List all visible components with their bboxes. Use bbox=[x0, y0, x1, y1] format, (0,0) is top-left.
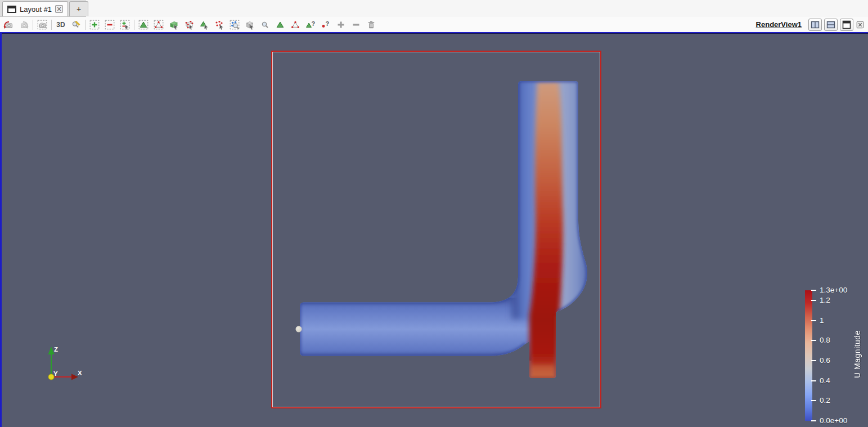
maximize-view-button[interactable] bbox=[840, 19, 853, 31]
interactive-select-tooltip-button[interactable] bbox=[259, 19, 271, 31]
toggle-2d3d-button[interactable]: 3D bbox=[55, 19, 67, 31]
legend-tick-mark bbox=[811, 420, 816, 421]
y-axis-label: Y bbox=[53, 370, 58, 377]
legend-tick-label: 0.2 bbox=[820, 396, 830, 404]
seed-point-widget[interactable] bbox=[296, 326, 302, 332]
render-viewport[interactable]: Z Y X 1.3e+001.210.80.60.40.20.0e+00 U M… bbox=[0, 32, 868, 427]
legend-tick-mark bbox=[811, 380, 816, 381]
orientation-axes-widget: Z Y X bbox=[48, 346, 83, 380]
hover-cells-query-button[interactable]: ? bbox=[304, 19, 317, 31]
layout-tab-bar: Layout #1 ✕ + bbox=[0, 0, 868, 17]
zoom-to-selection-button[interactable] bbox=[228, 19, 241, 31]
legend-tick-mark bbox=[811, 400, 816, 401]
select-points-polygon-button[interactable] bbox=[213, 19, 226, 31]
legend-tick-label: 1.3e+00 bbox=[820, 286, 847, 294]
svg-text:?: ? bbox=[326, 20, 330, 27]
toolbar-separator bbox=[85, 20, 86, 30]
toolbar-icon-groups: 3D?? bbox=[2, 19, 377, 31]
view-controls: RenderView1 bbox=[756, 19, 866, 31]
render-view-title[interactable]: RenderView1 bbox=[756, 20, 802, 29]
grow-selection-button[interactable] bbox=[335, 19, 347, 31]
new-layout-tab-button[interactable]: + bbox=[69, 1, 88, 16]
layout-window-icon bbox=[7, 6, 16, 13]
camera-undo-button[interactable] bbox=[2, 19, 15, 31]
legend-tick-mark bbox=[811, 360, 816, 361]
remove-selection-button[interactable] bbox=[104, 19, 116, 31]
close-view-button[interactable] bbox=[856, 20, 865, 29]
tab-layout-1[interactable]: Layout #1 ✕ bbox=[2, 1, 68, 16]
scene-canvas[interactable]: Z Y X bbox=[0, 32, 868, 427]
legend-tick-mark bbox=[811, 340, 816, 341]
legend-tick-label: 0.0e+00 bbox=[820, 416, 847, 425]
tab-label: Layout #1 bbox=[20, 5, 52, 14]
legend-tick-mark bbox=[811, 300, 816, 301]
modify-selection-button[interactable] bbox=[119, 19, 131, 31]
view-buttons bbox=[808, 19, 865, 31]
select-cells-through-button[interactable] bbox=[168, 19, 180, 31]
tab-bar-empty-area bbox=[86, 0, 868, 17]
toolbar-separator bbox=[134, 20, 134, 30]
legend-tick-label: 1 bbox=[820, 316, 824, 325]
camera-selection-toolbar: 3D?? RenderView1 bbox=[0, 17, 868, 32]
clear-selection-button[interactable] bbox=[365, 19, 377, 31]
legend-tick-label: 0.6 bbox=[820, 356, 830, 365]
toggle-2d3d-button-label: 3D bbox=[56, 21, 65, 29]
color-legend-title: U Magnitude bbox=[853, 315, 862, 394]
split-view-horizontal-button[interactable] bbox=[808, 19, 822, 31]
select-points-on-surface-button[interactable] bbox=[152, 19, 165, 31]
toolbar-group bbox=[2, 19, 30, 31]
select-cells-on-surface-button[interactable] bbox=[137, 19, 150, 31]
hover-points-query-button[interactable]: ? bbox=[320, 19, 332, 31]
select-points-through-button[interactable] bbox=[183, 19, 195, 31]
x-axis-label: X bbox=[78, 370, 82, 376]
z-axis-label: Z bbox=[54, 346, 58, 353]
legend-tick-mark bbox=[811, 320, 816, 321]
toolbar-separator bbox=[51, 20, 52, 30]
toolbar-group bbox=[36, 19, 48, 31]
capture-screenshot-button[interactable] bbox=[36, 19, 48, 31]
legend-tick-mark bbox=[811, 290, 816, 291]
toolbar-group: 3D bbox=[55, 19, 82, 31]
legend-tick-label: 0.8 bbox=[820, 336, 830, 344]
camera-redo-button[interactable] bbox=[17, 19, 30, 31]
shrink-selection-button[interactable] bbox=[350, 19, 362, 31]
legend-tick-label: 1.2 bbox=[820, 296, 830, 304]
zoom-to-data-button[interactable] bbox=[70, 19, 82, 31]
toolbar-group: ?? bbox=[137, 19, 377, 31]
select-block-button[interactable] bbox=[244, 19, 256, 31]
interactive-select-cells-button[interactable] bbox=[274, 19, 286, 31]
svg-text:?: ? bbox=[312, 20, 316, 27]
zoom-to-box-button[interactable] bbox=[88, 19, 101, 31]
elbow-pipe-surface bbox=[293, 66, 593, 380]
toolbar-group bbox=[88, 19, 131, 31]
legend-tick-label: 0.4 bbox=[820, 376, 830, 385]
split-view-vertical-button[interactable] bbox=[824, 19, 838, 31]
interactive-select-points-button[interactable] bbox=[289, 19, 302, 31]
select-cells-polygon-button[interactable] bbox=[198, 19, 210, 31]
tab-close-icon[interactable]: ✕ bbox=[55, 5, 63, 13]
z-axis-arrowhead bbox=[48, 347, 55, 354]
toolbar-separator bbox=[33, 20, 33, 30]
